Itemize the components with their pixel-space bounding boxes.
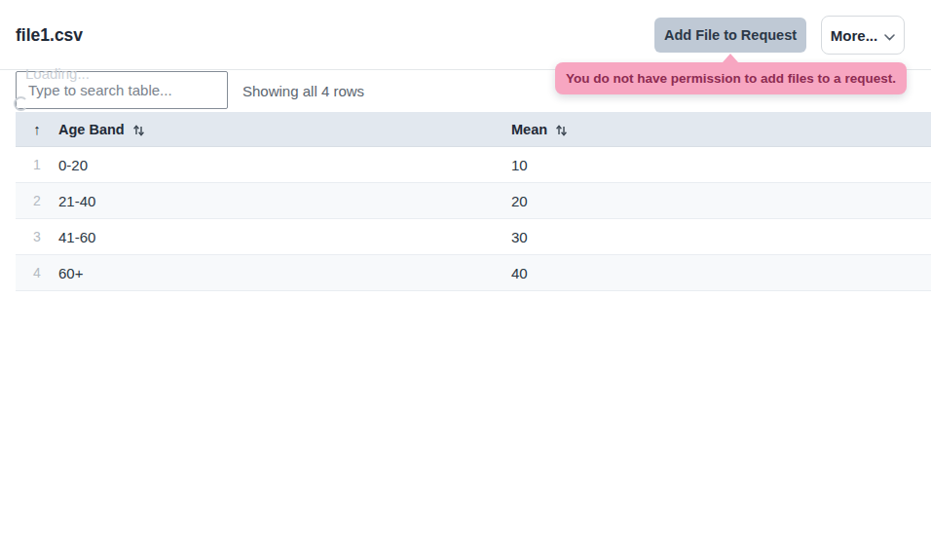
permission-tooltip: You do not have permission to add files … [555, 62, 907, 94]
table-header-row: ↑ Age Band Mean [16, 112, 931, 147]
column-header-age-band[interactable]: Age Band [58, 122, 511, 137]
row-count-text: Showing all 4 rows [242, 83, 364, 99]
data-table: ↑ Age Band Mean 1 0-20 10 2 21-40 20 3 [16, 112, 931, 291]
more-menu-button[interactable]: More... [821, 16, 905, 55]
row-number: 2 [16, 193, 58, 208]
row-number: 3 [16, 229, 58, 244]
title-bar: file1.csv Add File to Request More... [0, 0, 931, 70]
column-header-label: Age Band [58, 122, 125, 137]
cell-mean: 30 [511, 229, 931, 245]
table-row[interactable]: 3 41-60 30 [16, 219, 931, 255]
sort-icon [132, 123, 145, 136]
table-row[interactable]: 1 0-20 10 [16, 147, 931, 183]
table-row[interactable]: 2 21-40 20 [16, 183, 931, 219]
more-button-label: More... [831, 27, 877, 44]
row-number: 1 [16, 157, 58, 172]
sort-icon [555, 123, 568, 136]
table-body: 1 0-20 10 2 21-40 20 3 41-60 30 4 60+ 40 [16, 147, 931, 291]
cell-mean: 40 [511, 265, 931, 281]
cell-age-band: 41-60 [58, 229, 511, 245]
cell-mean: 20 [511, 193, 931, 209]
sort-direction-arrow-icon: ↑ [33, 121, 41, 137]
column-header-rownum[interactable]: ↑ [16, 121, 58, 137]
cell-age-band: 60+ [58, 265, 511, 281]
add-file-to-request-button[interactable]: Add File to Request [654, 18, 806, 53]
cell-age-band: 0-20 [58, 157, 511, 173]
tooltip-arrow [723, 54, 738, 62]
column-header-mean[interactable]: Mean [511, 122, 931, 137]
cell-mean: 10 [511, 157, 931, 173]
chevron-down-icon [884, 27, 895, 44]
search-input[interactable] [16, 71, 228, 109]
page-title: file1.csv [16, 25, 83, 46]
add-file-button-label: Add File to Request [664, 27, 797, 43]
tooltip-text: You do not have permission to add files … [566, 71, 896, 86]
row-number: 4 [16, 265, 58, 280]
cell-age-band: 21-40 [58, 193, 511, 209]
table-row[interactable]: 4 60+ 40 [16, 255, 931, 291]
column-header-label: Mean [511, 122, 547, 137]
